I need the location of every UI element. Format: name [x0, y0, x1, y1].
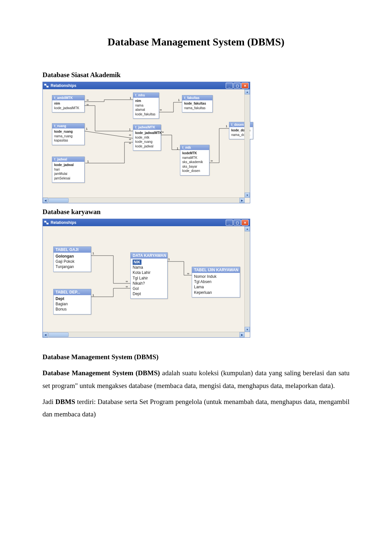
body-para2-a: Jadi — [42, 398, 55, 406]
table-t-fakultas[interactable]: t_fakultas kode_fakultasnama_fakultas — [182, 95, 213, 112]
table-fields: kode_jadwalMTK — [54, 106, 82, 110]
table-title: TABEL GAJI — [54, 247, 91, 253]
cardinality-many: ∞ — [187, 272, 189, 275]
cardinality-many: ∞ — [126, 285, 128, 288]
table-fields: nama alamat kode_fakultas — [135, 103, 157, 117]
table-key: kode_jadwal — [54, 163, 82, 167]
scroll-down-icon[interactable]: ▼ — [245, 193, 250, 198]
maximize-button[interactable]: ▢ — [234, 83, 241, 89]
table-t-jadwalMTK[interactable]: t_jadwalMTK kode_jadwalMTKkode_mtk kode_… — [133, 125, 161, 151]
scroll-left-icon[interactable]: ◀ — [43, 198, 48, 203]
cardinality-one: 1 — [92, 252, 94, 255]
window-titlebar[interactable]: Relationships _ ▢ ✕ — [43, 82, 250, 89]
relationships-window-1: Relationships _ ▢ ✕ — [42, 82, 250, 203]
close-button[interactable]: ✕ — [241, 220, 249, 226]
cardinality-one: 1 — [168, 258, 170, 261]
table-fields: hari jamMulai jamSelesai — [54, 167, 82, 181]
window-title: Relationships — [51, 220, 76, 225]
cardinality-many: ∞ — [87, 98, 89, 102]
table-t-ambilMTK[interactable]: t_ambilMTK nimkode_jadwalMTK — [52, 95, 85, 112]
table-key: kodeMTK — [182, 151, 207, 156]
table-tabel-dep[interactable]: TABEL DEP... DeptBagian Bonus — [53, 289, 91, 314]
cardinality-one: 1 — [129, 128, 131, 131]
horizontal-scrollbar[interactable]: ◀ ▶ — [43, 332, 245, 337]
body-para2-b: terdiri: Database serta Set Program peng… — [42, 398, 350, 418]
cardinality-many: ∞ — [129, 138, 131, 141]
table-fields: Nama Kota Lahir Tgl Lahir Nikah? Gol Dep… — [133, 265, 165, 296]
cardinality-one: 1 — [226, 125, 227, 128]
table-fields: kode_mtk kode_ruang kode_jadwal — [135, 135, 159, 149]
scroll-thumb[interactable] — [48, 332, 69, 337]
svg-rect-0 — [44, 84, 46, 85]
table-title: t_jadwal — [52, 157, 84, 162]
cardinality-many: ∞ — [162, 130, 164, 134]
cardinality-many: ∞ — [87, 103, 89, 106]
table-key: Golongan — [56, 254, 89, 259]
table-title: t_fakultas — [182, 95, 212, 100]
table-title: DATA KARYAWAN — [131, 253, 167, 259]
table-key: kode_fakultas — [184, 101, 210, 106]
svg-rect-1 — [47, 86, 48, 87]
window-title: Relationships — [51, 83, 76, 88]
section-heading-siasat: Database Siasat Akademik — [42, 71, 350, 79]
body-paragraph-2: Jadi DBMS terdiri: Database serta Set Pr… — [42, 395, 350, 421]
cardinality-one: 1 — [87, 160, 89, 163]
table-t-ruang[interactable]: t_ruang kode_ruangnama_ruang kapasitas — [52, 123, 85, 145]
scroll-right-icon[interactable]: ▶ — [239, 332, 245, 337]
cardinality-many: ∞ — [211, 159, 213, 162]
table-tabel-ijin-karyawan[interactable]: TABEL IJIN KARYAWAN Nomor Induk Tgl Abse… — [192, 267, 240, 297]
table-fields: nama_ruang kapasitas — [54, 134, 82, 143]
scroll-up-icon[interactable]: ▲ — [245, 89, 250, 94]
vertical-scrollbar[interactable]: ▲ ▼ — [244, 226, 250, 332]
cardinality-many: ∞ — [129, 142, 131, 145]
minimize-button[interactable]: _ — [226, 83, 233, 89]
table-fields: Gaji Pokok Tunjangan — [56, 259, 89, 269]
table-t-mtk[interactable]: t_mtk kodeMTKnamaMTK sks_akademik sks_ba… — [180, 145, 209, 176]
table-key: kode_jadwalMTK — [135, 131, 159, 135]
table-title: TABEL IJIN KARYAWAN — [192, 267, 240, 273]
scroll-down-icon[interactable]: ▼ — [245, 327, 250, 332]
table-title: t_ambilMTK — [52, 95, 84, 100]
body-para1-bold: Database Management System (DBMS) — [42, 369, 160, 377]
table-title: t_mtk — [180, 145, 209, 150]
table-fields: namaMTK sks_akademik sks_bayar kode_dose… — [182, 156, 207, 173]
table-key: nim — [54, 101, 82, 106]
table-fields: Nomor Induk Tgl Absen Lama Keperluan — [194, 274, 238, 295]
cardinality-one: 1 — [178, 98, 180, 102]
horizontal-scrollbar[interactable]: ◀ ▶ — [43, 197, 245, 203]
vertical-scrollbar[interactable]: ▲ ▼ — [244, 89, 250, 198]
table-fields: Bagian Bonus — [56, 301, 89, 312]
cardinality-many: ∞ — [160, 108, 162, 111]
table-title: t_jadwalMTK — [133, 125, 161, 130]
relationships-icon — [44, 83, 49, 88]
scroll-left-icon[interactable]: ◀ — [43, 332, 48, 337]
svg-line-2 — [46, 85, 47, 87]
cardinality-one: 1 — [92, 294, 94, 297]
table-data-karyawan[interactable]: DATA KARYAWAN NIKNama Kota Lahir Tgl Lah… — [130, 252, 168, 299]
cardinality-one: 1 — [177, 147, 178, 150]
cardinality-one: 1 — [86, 127, 88, 130]
table-t-jadwal[interactable]: t_jadwal kode_jadwalhari jamMulai jamSel… — [52, 157, 85, 183]
table-title: TABEL DEP... — [54, 289, 91, 295]
window-titlebar[interactable]: Relationships _ ▢ ✕ — [43, 219, 250, 226]
relationships-icon — [44, 220, 49, 225]
table-key: Dept — [56, 296, 89, 301]
close-button[interactable]: ✕ — [241, 83, 249, 89]
body-para2-bold: DBMS — [55, 398, 75, 406]
table-title: t_mhs — [133, 93, 159, 98]
scroll-thumb[interactable] — [48, 198, 69, 203]
maximize-button[interactable]: ▢ — [234, 220, 241, 226]
cardinality-one: 1 — [130, 96, 131, 100]
table-key: NIK — [133, 260, 141, 265]
table-tabel-gaji[interactable]: TABEL GAJI GolonganGaji Pokok Tunjangan — [53, 246, 91, 272]
scroll-right-icon[interactable]: ▶ — [239, 198, 245, 203]
table-t-mhs[interactable]: t_mhs nimnama alamat kode_fakultas — [133, 92, 159, 119]
table-key: kode_ruang — [54, 129, 82, 134]
svg-line-5 — [46, 222, 47, 224]
svg-rect-4 — [47, 223, 48, 224]
cardinality-many: ∞ — [126, 280, 128, 283]
scroll-up-icon[interactable]: ▲ — [245, 226, 250, 231]
table-fields: nama_fakultas — [184, 106, 210, 110]
section-heading-karyawan: Database karyawan — [42, 208, 350, 216]
minimize-button[interactable]: _ — [226, 220, 233, 226]
